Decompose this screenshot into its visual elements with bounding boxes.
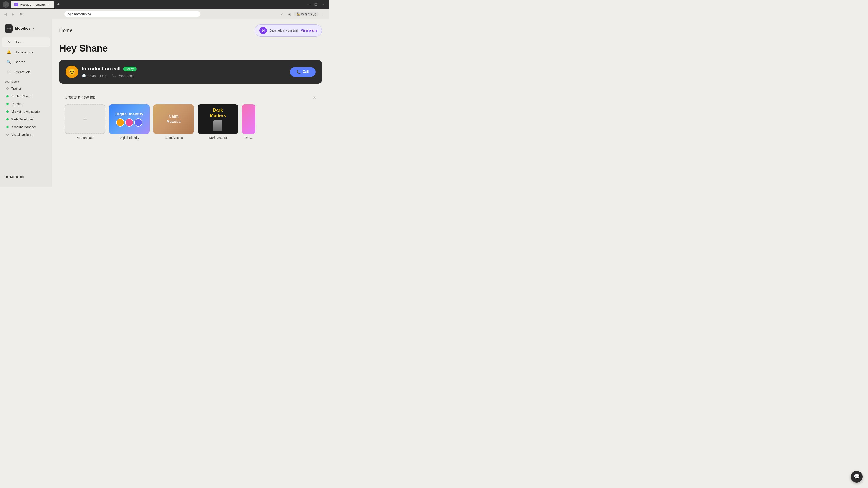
- intro-details: 🕐 23:45 - 00:00 📞 Phone call: [82, 74, 286, 78]
- browser-chrome: ⌄ M Moodjoy · Homerun ✕ + ─ ❐ ✕: [0, 0, 329, 9]
- close-create-job-button[interactable]: ✕: [313, 94, 316, 100]
- job-label: Visual Designer: [11, 133, 33, 136]
- job-label: Web Developer: [11, 118, 33, 121]
- sidebar-item-search[interactable]: 🔍 Search: [2, 57, 50, 67]
- view-plans-link[interactable]: View plans: [301, 29, 317, 32]
- create-job-title: Create a new job: [65, 95, 95, 100]
- homerun-logo-text: HOMERUN: [4, 175, 24, 179]
- job-label: Content Writer: [11, 94, 32, 98]
- digital-identity-text: Digital Identity: [115, 112, 143, 117]
- sidebar-logo[interactable]: MM Moodjoy ▾: [0, 23, 52, 37]
- sidebar-item-marketing-associate[interactable]: Marketing Associate: [2, 108, 50, 115]
- new-tab-button[interactable]: +: [55, 1, 61, 8]
- intro-time: 🕐 23:45 - 00:00: [82, 74, 107, 78]
- template-card-dark-matters[interactable]: DarkMatters Dark Matters: [197, 104, 238, 140]
- close-button[interactable]: ✕: [320, 2, 327, 7]
- address-input[interactable]: [64, 11, 200, 17]
- face-avatar-3: [134, 119, 143, 127]
- job-status-dot: [6, 95, 8, 97]
- your-jobs-header: Your jobs ▾: [0, 77, 52, 85]
- intro-card: 😊 Introduction call Today 🕐 23:45 - 00:0…: [59, 60, 322, 84]
- sidebar-item-notifications-label: Notifications: [14, 50, 33, 54]
- plus-icon: +: [83, 115, 87, 123]
- refresh-button[interactable]: ↻: [18, 11, 24, 17]
- window-controls: ─ ❐ ✕: [306, 2, 327, 7]
- bookmark-button[interactable]: ☆: [279, 11, 285, 17]
- create-job-header: Create a new job ✕: [65, 94, 316, 100]
- job-status-dot: [6, 133, 8, 136]
- call-button[interactable]: 📞 Call: [290, 67, 315, 77]
- intro-avatar: 😊: [66, 66, 78, 78]
- incognito-label: Incognito (3): [301, 12, 316, 15]
- main-header: Home 14 Days left in your trial View pla…: [59, 24, 322, 37]
- your-jobs-label: Your jobs: [4, 80, 17, 84]
- browser-actions: ☆ ▣ 🕵 Incognito (3) ⋮: [279, 11, 327, 17]
- job-status-dot: [6, 126, 8, 128]
- today-badge: Today: [123, 67, 136, 71]
- sidebar-item-account-manager[interactable]: Account Manager: [2, 123, 50, 131]
- call-button-icon: 📞: [296, 70, 301, 74]
- templates-grid: + No template Digital Identity: [65, 104, 316, 140]
- company-avatar: MM: [4, 24, 13, 33]
- face-avatar-1: [116, 119, 124, 127]
- minimize-button[interactable]: ─: [306, 2, 312, 7]
- incognito-icon: 🕵: [297, 12, 300, 15]
- app-layout: MM Moodjoy ▾ ⌂ Home 🔔 Notifications 🔍 Se…: [0, 19, 329, 187]
- menu-button[interactable]: ⋮: [320, 11, 327, 17]
- search-icon: 🔍: [6, 59, 11, 64]
- clock-icon: 🕐: [82, 74, 86, 78]
- sidebar-item-content-writer[interactable]: Content Writer: [2, 93, 50, 100]
- active-tab[interactable]: M Moodjoy · Homerun ✕: [11, 1, 55, 8]
- tab-close-button[interactable]: ✕: [47, 3, 51, 6]
- sidebar-item-notifications[interactable]: 🔔 Notifications: [2, 47, 50, 57]
- template-card-calm-access[interactable]: CalmAccess Calm Access: [153, 104, 194, 140]
- template-card-digital-identity[interactable]: Digital Identity Digital Identity: [109, 104, 150, 140]
- dark-matters-figure: [213, 120, 222, 131]
- intro-type: 📞 Phone call: [112, 74, 133, 78]
- address-bar: ◀ ▶ ↻ ☆ ▣ 🕵 Incognito (3) ⋮: [0, 9, 329, 19]
- job-label: Account Manager: [11, 125, 36, 129]
- template-thumbnail-blank: +: [65, 104, 105, 134]
- sidebar-item-create-job-label: Create job: [14, 70, 30, 74]
- intro-title-row: Introduction call Today: [82, 66, 286, 72]
- sidebar-item-visual-designer[interactable]: Visual Designer: [2, 131, 50, 138]
- template-thumbnail-calm: CalmAccess: [153, 104, 194, 134]
- sidebar-item-home[interactable]: ⌂ Home: [2, 37, 50, 47]
- intro-title: Introduction call: [82, 66, 121, 72]
- job-label: Marketing Associate: [11, 110, 39, 113]
- template-card-no-template[interactable]: + No template: [65, 104, 105, 140]
- notifications-icon: 🔔: [6, 50, 11, 55]
- intro-info: Introduction call Today 🕐 23:45 - 00:00 …: [82, 66, 286, 78]
- browser-controls: ⌄: [3, 1, 9, 8]
- sidebar-item-create-job[interactable]: ⊕ Create job: [2, 67, 50, 76]
- page-title: Home: [59, 28, 72, 33]
- company-chevron-icon: ▾: [33, 27, 34, 30]
- job-label: Trainer: [11, 87, 21, 90]
- template-name-no-template: No template: [65, 136, 105, 140]
- job-status-dot: [6, 110, 8, 113]
- greeting-heading: Hey Shane: [59, 43, 322, 54]
- job-status-dot: [6, 88, 8, 90]
- create-icon: ⊕: [6, 69, 11, 74]
- restore-button[interactable]: ❐: [313, 2, 319, 7]
- job-status-dot: [6, 103, 8, 105]
- sidebar-item-teacher[interactable]: Teacher: [2, 100, 50, 107]
- tab-group-btn[interactable]: ⌄: [3, 1, 9, 8]
- tab-bar: M Moodjoy · Homerun ✕ +: [11, 1, 304, 8]
- your-jobs-chevron-icon: ▾: [18, 80, 19, 84]
- reader-mode-button[interactable]: ▣: [286, 11, 292, 17]
- incognito-button[interactable]: 🕵 Incognito (3): [294, 11, 319, 17]
- job-status-dot: [6, 118, 8, 121]
- template-name-calm-access: Calm Access: [153, 136, 194, 140]
- forward-button[interactable]: ▶: [10, 11, 16, 17]
- create-job-section: Create a new job ✕ + No template Digital…: [59, 90, 322, 144]
- sidebar-item-web-developer[interactable]: Web Developer: [2, 116, 50, 123]
- face-avatar-2: [125, 119, 133, 127]
- template-name-digital-identity: Digital Identity: [109, 136, 150, 140]
- sidebar-item-trainer[interactable]: Trainer: [2, 85, 50, 92]
- sidebar: MM Moodjoy ▾ ⌂ Home 🔔 Notifications 🔍 Se…: [0, 19, 52, 187]
- template-card-partial[interactable]: Rac...: [242, 104, 255, 140]
- company-name: Moodjoy: [15, 26, 31, 31]
- back-button[interactable]: ◀: [3, 11, 8, 17]
- trial-days-badge: 14: [259, 27, 267, 34]
